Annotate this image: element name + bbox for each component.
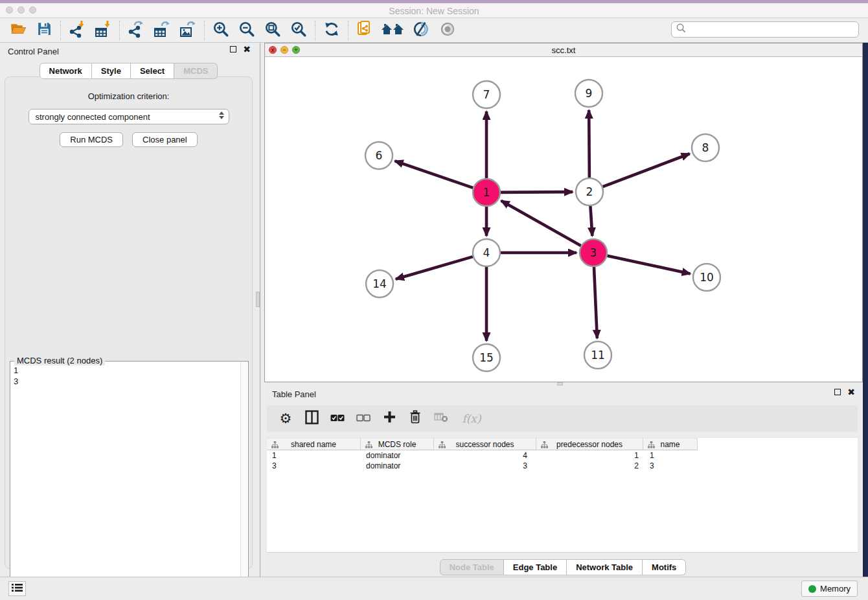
task-history-button[interactable]: [8, 581, 26, 596]
show-hide-panels-button[interactable]: [435, 19, 461, 41]
tab-select[interactable]: Select: [131, 63, 174, 79]
search-input[interactable]: [687, 23, 858, 36]
zoom-selected-button[interactable]: [286, 19, 312, 41]
delete-table-button-disabled[interactable]: [433, 410, 450, 428]
graph-node-8[interactable]: 8: [692, 134, 719, 161]
column-header-shared-name[interactable]: shared name: [267, 438, 361, 450]
table-cell[interactable]: dominator: [361, 450, 434, 461]
graph-node-2[interactable]: 2: [576, 178, 603, 205]
tab-edge-table[interactable]: Edge Table: [504, 559, 567, 575]
import-network-button[interactable]: [64, 19, 90, 41]
network-window-titlebar[interactable]: x − + scc.txt: [265, 43, 862, 57]
import-table-icon: [94, 20, 112, 41]
column-header-predecessor-nodes[interactable]: predecessor nodes: [536, 438, 643, 450]
graph-node-15[interactable]: 15: [473, 344, 500, 371]
clone-network-button[interactable]: [352, 19, 378, 41]
table-cell[interactable]: 3: [643, 461, 698, 471]
graph-node-3[interactable]: 3: [580, 239, 607, 266]
table-header-row: shared nameMCDS rolesuccessor nodesprede…: [267, 438, 858, 450]
graph-edge-2-9[interactable]: [589, 110, 589, 178]
tab-network-table[interactable]: Network Table: [567, 559, 643, 575]
graph-node-1[interactable]: 1: [473, 179, 500, 206]
home-button[interactable]: [378, 19, 409, 41]
tab-mcds[interactable]: MCDS: [174, 63, 218, 79]
zoom-out-button[interactable]: [234, 19, 260, 41]
function-builder-button-disabled[interactable]: f(x): [459, 410, 485, 428]
deselect-all-button[interactable]: [355, 410, 372, 428]
export-image-button[interactable]: [175, 19, 201, 41]
toolbar-separator: [119, 21, 120, 40]
graph-node-7[interactable]: 7: [473, 81, 500, 108]
graph-edge-3-1[interactable]: [501, 201, 581, 246]
export-table-icon: [153, 20, 171, 41]
memory-button[interactable]: Memory: [801, 581, 858, 597]
graph-node-6[interactable]: 6: [365, 142, 393, 169]
select-all-button[interactable]: [329, 410, 346, 428]
close-table-panel-icon[interactable]: ✖: [847, 389, 855, 395]
graph-node-4[interactable]: 4: [473, 239, 500, 266]
graph-node-9[interactable]: 9: [575, 80, 602, 107]
table-cell[interactable]: 4: [434, 450, 536, 461]
table-cell[interactable]: 3: [267, 461, 361, 471]
open-session-button[interactable]: [5, 19, 31, 41]
graph-svg[interactable]: 7968124314101511: [265, 57, 862, 382]
save-floppy-icon: [36, 21, 52, 40]
graph-edge-3-11[interactable]: [594, 267, 597, 338]
table-panel: Table Panel ✖ ⚙ f(x) shared nameMCDS rol…: [264, 386, 862, 577]
table-settings-button[interactable]: ⚙: [277, 410, 294, 428]
table-cell[interactable]: dominator: [361, 461, 434, 471]
zoom-in-button[interactable]: [208, 19, 234, 41]
tab-network[interactable]: Network: [40, 63, 92, 79]
column-header-successor-nodes[interactable]: successor nodes: [434, 438, 536, 450]
save-session-button[interactable]: [31, 19, 57, 41]
close-panel-button[interactable]: Close panel: [132, 132, 198, 147]
graph-node-11[interactable]: 11: [584, 341, 611, 369]
export-table-button[interactable]: [149, 19, 175, 41]
optimization-criterion-dropdown[interactable]: strongly connected component: [29, 109, 229, 124]
graph-node-14[interactable]: 14: [366, 270, 393, 297]
column-visibility-button[interactable]: [303, 410, 320, 428]
list-icon: [12, 583, 23, 595]
close-panel-icon[interactable]: ✖: [243, 46, 251, 52]
column-header-MCDS-role[interactable]: MCDS role: [361, 438, 434, 450]
table-cell[interactable]: 1: [536, 450, 643, 461]
graph-edge-3-10[interactable]: [607, 256, 690, 274]
column-header-name[interactable]: name: [643, 438, 698, 450]
control-panel-title: Control Panel: [8, 47, 59, 56]
fx-icon: f(x): [462, 412, 481, 425]
network-view-window: x − + scc.txt 7968124314101511: [264, 43, 863, 382]
result-scrollbar[interactable]: [240, 362, 248, 600]
table-cell[interactable]: 2: [536, 461, 643, 471]
vertical-splitter-grip[interactable]: [256, 292, 260, 307]
graph-edge-2-8[interactable]: [603, 154, 690, 187]
table-cell[interactable]: 1: [643, 450, 698, 461]
svg-text:1: 1: [483, 186, 490, 199]
search-icon: [676, 23, 687, 36]
create-column-button[interactable]: [381, 410, 398, 428]
control-panel-tabs: Network Style Select MCDS: [0, 63, 257, 79]
graph-edge-4-14[interactable]: [396, 257, 473, 279]
graph-edge-1-2[interactable]: [501, 192, 573, 192]
float-table-panel-icon[interactable]: [834, 389, 841, 395]
graph-node-10[interactable]: 10: [693, 264, 720, 291]
vertical-splitter[interactable]: [260, 43, 260, 577]
table-cell[interactable]: 3: [434, 461, 536, 471]
run-mcds-button[interactable]: Run MCDS: [60, 132, 123, 147]
search-box: [671, 21, 859, 38]
tab-style[interactable]: Style: [92, 63, 131, 79]
graph-edge-2-3[interactable]: [590, 206, 592, 236]
refresh-button[interactable]: [319, 19, 345, 41]
toolbar-separator: [315, 21, 315, 40]
tab-node-table[interactable]: Node Table: [440, 559, 504, 575]
table-cell[interactable]: 1: [267, 450, 361, 461]
table-body: 1dominator4113dominator323: [267, 450, 858, 471]
float-panel-icon[interactable]: [230, 46, 236, 52]
tab-motifs[interactable]: Motifs: [643, 559, 686, 575]
import-table-button[interactable]: [90, 19, 116, 41]
toggle-graphics-details-button[interactable]: [409, 19, 435, 41]
delete-column-button[interactable]: [407, 410, 424, 428]
graph-edge-1-6[interactable]: [395, 161, 474, 187]
zoom-fit-button[interactable]: [260, 19, 286, 41]
mcds-result-text[interactable]: 1 3: [11, 363, 240, 600]
export-network-button[interactable]: [123, 19, 149, 41]
